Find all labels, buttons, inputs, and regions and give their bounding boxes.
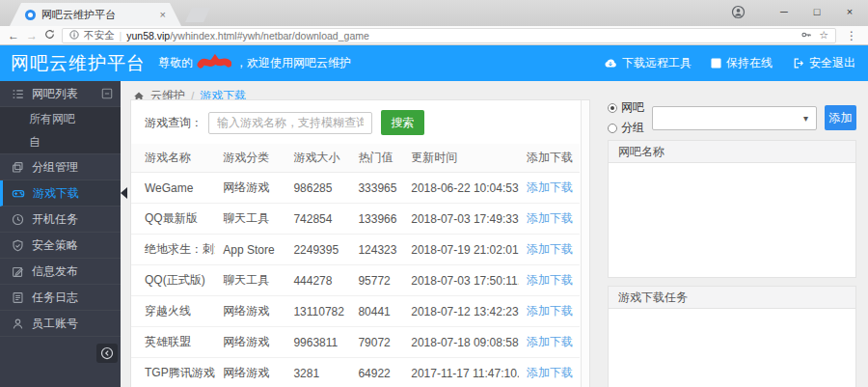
browser-tab[interactable]: 网吧云维护平台 × xyxy=(10,3,181,26)
download-remote-tool-button[interactable]: 下载远程工具 xyxy=(604,55,692,71)
add-download-link[interactable]: 添加下载 xyxy=(527,366,573,379)
subitem-label: 所有网吧 xyxy=(29,111,75,127)
new-tab-button[interactable] xyxy=(185,8,210,22)
netbar-panel-title: 网吧名称 xyxy=(609,141,855,163)
update-time-cell: 2018-07-18 09:08:58.0 xyxy=(403,327,519,358)
profile-icon[interactable] xyxy=(723,2,752,21)
radio-unselected-icon[interactable] xyxy=(608,124,617,133)
add-download-link[interactable]: 添加下载 xyxy=(527,273,573,287)
site-favicon-icon xyxy=(25,10,36,20)
game-name-cell: WeGame xyxy=(131,173,215,204)
action-cell: 添加下载 xyxy=(519,327,580,358)
table-row: TGP腾讯游戏平台网络游戏3281649222017-11-17 11:47:1… xyxy=(131,358,580,387)
add-button[interactable]: 添加 xyxy=(825,105,856,130)
info-icon[interactable] xyxy=(69,30,79,41)
table-row: 绝地求生：刺激战场App Store22493951243232018-07-1… xyxy=(131,235,580,265)
game-size-cell: 13110782 xyxy=(285,296,350,327)
action-cell: 添加下载 xyxy=(519,358,580,387)
search-button[interactable]: 搜索 xyxy=(381,110,424,135)
radio-group[interactable]: 分组 xyxy=(608,120,644,136)
right-panel: 网吧 分组 ▾ 添加 网吧名称 xyxy=(608,101,856,387)
tab-close-icon[interactable]: × xyxy=(160,9,166,20)
game-name-cell: 绝地求生：刺激战场 xyxy=(131,235,215,265)
forward-icon[interactable]: → xyxy=(26,30,38,41)
key-icon[interactable] xyxy=(800,29,812,42)
sidebar-item-label: 信息发布 xyxy=(32,263,78,280)
add-download-link[interactable]: 添加下载 xyxy=(527,242,573,256)
sidebar-item-staff-account[interactable]: 员工账号 xyxy=(0,311,121,337)
game-name-cell: 英雄联盟 xyxy=(131,327,215,358)
table-row: WeGame网络游戏9862853339652018-06-22 10:04:5… xyxy=(131,173,580,204)
sidebar-item-group-manage[interactable]: 分组管理 xyxy=(0,154,121,180)
table-row: QQ最新版聊天工具7428541339662018-07-03 17:49:33… xyxy=(131,204,580,235)
game-size-cell: 9963811 xyxy=(285,327,350,358)
list-icon xyxy=(12,88,24,100)
sidebar-item-info-publish[interactable]: 信息发布 xyxy=(0,259,121,285)
heat-value-cell: 95772 xyxy=(350,265,403,296)
update-time-cell: 2018-06-22 10:04:53.0 xyxy=(403,173,519,204)
sidebar-subitem-2[interactable]: 自 xyxy=(0,130,121,153)
refresh-icon[interactable] xyxy=(44,29,55,41)
logout-button[interactable]: 安全退出 xyxy=(792,55,855,71)
collapse-arrow-icon xyxy=(100,346,114,360)
task-panel-title: 游戏下载任务 xyxy=(609,287,855,309)
sidebar-item-security-policy[interactable]: 安全策略 xyxy=(0,233,121,259)
game-size-cell: 2249395 xyxy=(285,235,350,265)
maximize-button[interactable]: □ xyxy=(802,2,831,21)
game-size-cell: 986285 xyxy=(285,173,350,204)
tab-strip: 网吧云维护平台 × ─ □ × xyxy=(0,0,868,26)
netbar-select-dropdown[interactable]: ▾ xyxy=(652,106,817,130)
collapse-section-icon[interactable] xyxy=(101,88,113,102)
shield-icon xyxy=(12,239,24,252)
game-category-cell: 网络游戏 xyxy=(215,358,285,387)
back-icon[interactable]: ← xyxy=(8,30,19,41)
greeting-prefix: 尊敬的 xyxy=(158,55,193,71)
sidebar-item-boot-task[interactable]: 开机任务 xyxy=(0,207,121,233)
game-search-input[interactable] xyxy=(208,112,372,134)
game-size-cell: 444278 xyxy=(285,265,350,296)
chevron-down-icon: ▾ xyxy=(803,113,808,124)
update-time-cell: 2017-11-17 11:47:10.0 xyxy=(403,358,519,387)
game-category-cell: 网络游戏 xyxy=(215,296,285,327)
sidebar-collapse-button[interactable] xyxy=(96,344,118,363)
window-close-button[interactable]: × xyxy=(835,2,864,21)
logout-icon xyxy=(792,57,804,69)
folder-group-icon xyxy=(12,161,24,174)
redacted-username-scribble xyxy=(197,54,231,73)
security-label: 不安全 xyxy=(84,29,115,42)
sidebar-item-task-log[interactable]: 任务日志 xyxy=(0,285,121,311)
sidebar-item-label: 安全策略 xyxy=(32,237,78,254)
sidebar-item-game-download[interactable]: 游戏下载 xyxy=(0,180,121,207)
task-panel-body xyxy=(609,309,855,387)
col-game-size: 游戏大小 xyxy=(285,144,350,173)
heat-value-cell: 124323 xyxy=(350,235,403,265)
bookmark-star-icon[interactable]: ☆ xyxy=(819,29,828,41)
minimize-button[interactable]: ─ xyxy=(770,2,799,21)
game-size-cell: 742854 xyxy=(285,204,350,235)
add-download-link[interactable]: 添加下载 xyxy=(527,180,573,194)
table-scrollbar[interactable] xyxy=(581,100,589,387)
table-header-row: 游戏名称 游戏分类 游戏大小 热门值 更新时间 添加下载 xyxy=(131,144,580,173)
game-size-cell: 3281 xyxy=(285,358,350,387)
clock-icon xyxy=(12,213,24,226)
heat-value-cell: 80441 xyxy=(350,296,403,327)
log-icon xyxy=(12,291,24,304)
browser-menu-icon[interactable]: ⋮ xyxy=(843,29,860,42)
game-list-card: 游戏查询： 搜索 游戏名称 游戏分类 游戏大小 热门值 更 xyxy=(130,99,590,387)
add-download-link[interactable]: 添加下载 xyxy=(527,211,573,225)
radio-netbar[interactable]: 网吧 xyxy=(608,99,644,116)
add-download-link[interactable]: 添加下载 xyxy=(527,304,573,318)
url-path: /ywhindex.html#ywh/netbar/download_game xyxy=(170,30,369,41)
sidebar-item-netbar-list[interactable]: 网吧列表 xyxy=(0,81,121,107)
address-bar[interactable]: 不安全 | yun58.vip/ywhindex.html#ywh/netbar… xyxy=(62,28,836,43)
download-remote-tool-label: 下载远程工具 xyxy=(622,55,692,71)
sidebar-subitem-all-netbars[interactable]: 所有网吧 xyxy=(0,107,121,130)
add-download-link[interactable]: 添加下载 xyxy=(527,335,573,348)
game-table: 游戏名称 游戏分类 游戏大小 热门值 更新时间 添加下载 WeGame网络游戏9… xyxy=(131,144,580,387)
radio-selected-icon[interactable] xyxy=(608,103,617,113)
update-time-cell: 2018-07-03 17:50:11.0 xyxy=(403,265,519,296)
greeting-suffix: ，欢迎使用网吧云维护 xyxy=(235,55,351,71)
keep-online-button[interactable]: 保持在线 xyxy=(711,55,773,71)
heat-value-cell: 133966 xyxy=(350,204,403,235)
game-name-cell: QQ最新版 xyxy=(131,204,215,235)
